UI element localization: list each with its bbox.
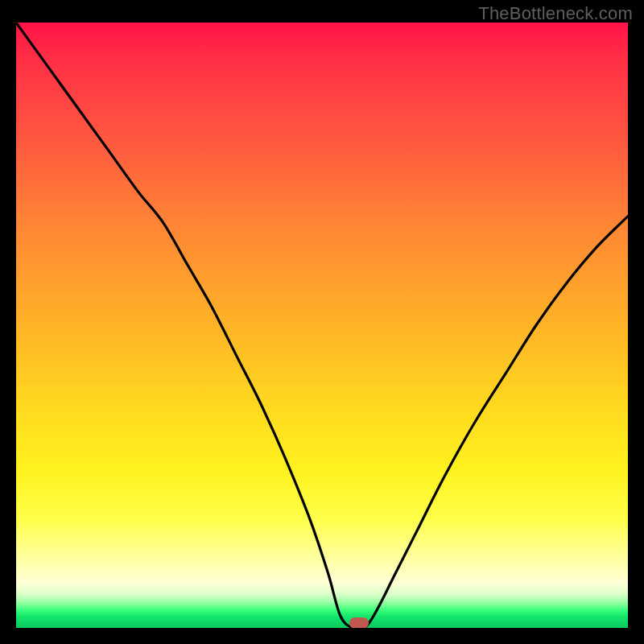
bottleneck-curve xyxy=(16,23,628,628)
curve-path xyxy=(16,23,628,628)
optimal-marker xyxy=(349,617,369,628)
watermark-text: TheBottleneck.com xyxy=(478,3,633,24)
plot-area xyxy=(16,23,628,628)
chart-frame: TheBottleneck.com xyxy=(0,0,644,644)
